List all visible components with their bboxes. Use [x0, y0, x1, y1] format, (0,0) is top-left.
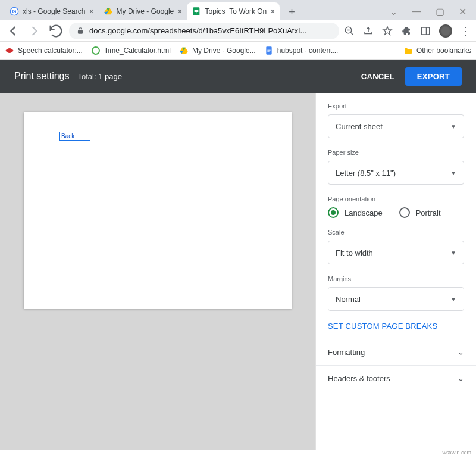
- bookmark-label: hubspot - content...: [277, 46, 339, 55]
- tab-topics[interactable]: Topics_To Work On ×: [187, 2, 280, 20]
- chevron-down-icon: ▼: [450, 123, 456, 130]
- expand-label: Formatting: [328, 348, 365, 357]
- svg-rect-14: [421, 27, 430, 35]
- bookmark-label: My Drive - Google...: [192, 46, 256, 55]
- lock-icon: [76, 27, 84, 35]
- headers-footers-expand[interactable]: Headers & footers ⌄: [316, 365, 476, 391]
- page-preview: Back: [24, 112, 292, 309]
- new-tab-button[interactable]: +: [283, 4, 300, 20]
- orientation-landscape[interactable]: Landscape: [328, 207, 383, 218]
- tab-google-search[interactable]: G xls - Google Search ×: [5, 2, 99, 20]
- cancel-button[interactable]: CANCEL: [353, 67, 403, 86]
- select-value: Letter (8.5" x 11"): [336, 169, 396, 177]
- orientation-label: Page orientation: [328, 195, 464, 202]
- select-value: Current sheet: [336, 122, 383, 131]
- export-button[interactable]: EXPORT: [405, 67, 462, 86]
- page-title: Print settings: [14, 71, 69, 82]
- url-field[interactable]: docs.google.com/spreadsheets/d/1ba5vxE6I…: [69, 23, 339, 39]
- menu-icon[interactable]: ⋮: [461, 26, 471, 36]
- chevron-down-icon: ▼: [450, 250, 456, 256]
- select-value: Fit to width: [336, 248, 373, 257]
- address-bar: docs.google.com/spreadsheets/d/1ba5vxE6I…: [0, 20, 476, 42]
- svg-text:G: G: [12, 8, 16, 14]
- paper-size-select[interactable]: Letter (8.5" x 11") ▼: [328, 161, 464, 185]
- green-circle-icon: [91, 46, 101, 55]
- bookmark-speech[interactable]: Speech calculator:...: [5, 46, 83, 55]
- page-count: Total: 1 page: [77, 72, 121, 81]
- preview-link: Back: [61, 133, 89, 139]
- drive-icon: [104, 7, 113, 16]
- bookmark-label: Other bookmarks: [416, 46, 471, 55]
- preview-area: Back: [0, 93, 315, 450]
- watermark: wsxwin.com: [0, 450, 476, 458]
- bookmarks-bar: Speech calculator:... Time_Calculator.ht…: [0, 42, 476, 60]
- bookmark-label: Speech calculator:...: [18, 46, 83, 55]
- chevron-down-icon[interactable]: ⌄: [390, 6, 397, 17]
- docs-icon: [264, 46, 274, 55]
- url-text: docs.google.com/spreadsheets/d/1ba5vxE6I…: [89, 26, 306, 35]
- drive-icon: [179, 46, 189, 55]
- radio-label: Landscape: [345, 208, 383, 217]
- bookmark-hubspot[interactable]: hubspot - content...: [264, 46, 339, 55]
- radio-icon: [328, 207, 339, 218]
- expand-label: Headers & footers: [328, 374, 390, 383]
- svg-rect-10: [78, 30, 83, 33]
- folder-icon: [403, 46, 413, 55]
- paper-size-label: Paper size: [328, 149, 464, 156]
- red-icon: [5, 46, 14, 55]
- export-label: Export: [328, 102, 464, 110]
- close-icon[interactable]: ×: [89, 7, 93, 16]
- radio-label: Portrait: [416, 208, 441, 217]
- select-value: Normal: [336, 295, 361, 304]
- extensions-icon[interactable]: [401, 26, 412, 36]
- custom-page-breaks-link[interactable]: SET CUSTOM PAGE BREAKS: [328, 322, 464, 331]
- margins-select[interactable]: Normal ▼: [328, 287, 464, 311]
- back-button[interactable]: [5, 23, 21, 39]
- bookmark-time[interactable]: Time_Calculator.html: [91, 46, 171, 55]
- svg-line-12: [350, 32, 353, 35]
- preview-cell: Back: [60, 132, 90, 141]
- sheets-icon: [192, 7, 201, 16]
- orientation-portrait[interactable]: Portrait: [399, 207, 441, 218]
- forward-button[interactable]: [26, 23, 43, 39]
- svg-rect-9: [196, 10, 197, 13]
- main-area: Back Export Current sheet ▼ Paper size L…: [0, 93, 476, 450]
- bookmark-drive[interactable]: My Drive - Google...: [179, 46, 256, 55]
- formatting-expand[interactable]: Formatting ⌄: [316, 339, 476, 365]
- zoom-icon[interactable]: [344, 26, 355, 36]
- other-bookmarks[interactable]: Other bookmarks: [403, 46, 471, 55]
- close-window-icon[interactable]: ✕: [459, 6, 466, 17]
- window-controls: ⌄ — ▢ ✕: [380, 2, 476, 20]
- svg-point-16: [92, 47, 99, 54]
- export-select[interactable]: Current sheet ▼: [328, 114, 464, 138]
- tab-title: Topics_To Work On: [205, 7, 267, 15]
- profile-avatar[interactable]: [439, 24, 452, 38]
- chevron-down-icon: ▼: [450, 296, 456, 303]
- close-icon[interactable]: ×: [270, 7, 275, 16]
- browser-tabs: G xls - Google Search × My Drive - Googl…: [0, 0, 476, 20]
- minimize-icon[interactable]: —: [412, 6, 421, 17]
- bookmark-label: Time_Calculator.html: [104, 46, 171, 55]
- close-icon[interactable]: ×: [177, 7, 182, 16]
- margins-label: Margins: [328, 275, 464, 282]
- chevron-down-icon: ⌄: [458, 348, 464, 357]
- maximize-icon[interactable]: ▢: [436, 6, 444, 17]
- tab-title: My Drive - Google: [117, 7, 174, 15]
- chevron-down-icon: ▼: [450, 170, 456, 176]
- app-header: Print settings Total: 1 page CANCEL EXPO…: [0, 60, 476, 93]
- svg-rect-22: [267, 50, 270, 51]
- svg-rect-21: [267, 49, 270, 49]
- tab-my-drive[interactable]: My Drive - Google ×: [99, 2, 187, 20]
- chevron-down-icon: ⌄: [458, 374, 464, 383]
- google-icon: G: [10, 7, 19, 16]
- radio-icon: [399, 207, 410, 218]
- settings-panel: Export Current sheet ▼ Paper size Letter…: [315, 93, 476, 450]
- share-icon[interactable]: [363, 26, 374, 36]
- scale-label: Scale: [328, 229, 464, 236]
- star-icon[interactable]: [382, 26, 393, 36]
- sidepanel-icon[interactable]: [420, 26, 431, 36]
- reload-button[interactable]: [48, 23, 64, 39]
- tab-title: xls - Google Search: [23, 7, 85, 15]
- scale-select[interactable]: Fit to width ▼: [328, 241, 464, 264]
- svg-rect-23: [267, 51, 269, 52]
